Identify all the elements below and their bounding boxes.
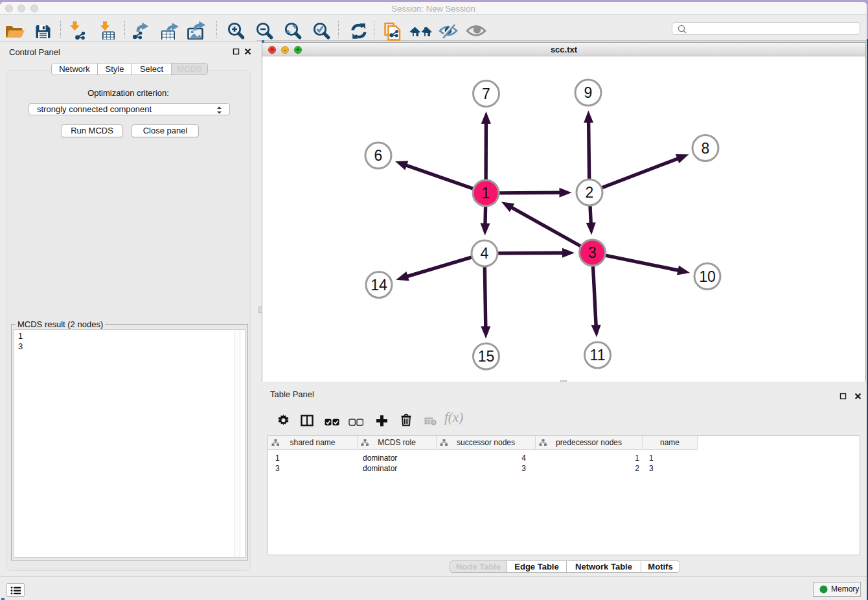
svg-text:3: 3 xyxy=(588,244,597,261)
svg-text:14: 14 xyxy=(371,277,387,294)
svg-text:10: 10 xyxy=(699,268,716,285)
svg-text:1: 1 xyxy=(482,185,490,202)
svg-text:11: 11 xyxy=(590,347,606,363)
svg-text:9: 9 xyxy=(584,84,593,101)
svg-text:15: 15 xyxy=(478,348,495,365)
svg-text:8: 8 xyxy=(702,140,710,157)
svg-text:6: 6 xyxy=(374,147,383,164)
svg-text:4: 4 xyxy=(481,245,489,262)
svg-text:2: 2 xyxy=(586,184,594,201)
svg-text:7: 7 xyxy=(482,86,490,102)
